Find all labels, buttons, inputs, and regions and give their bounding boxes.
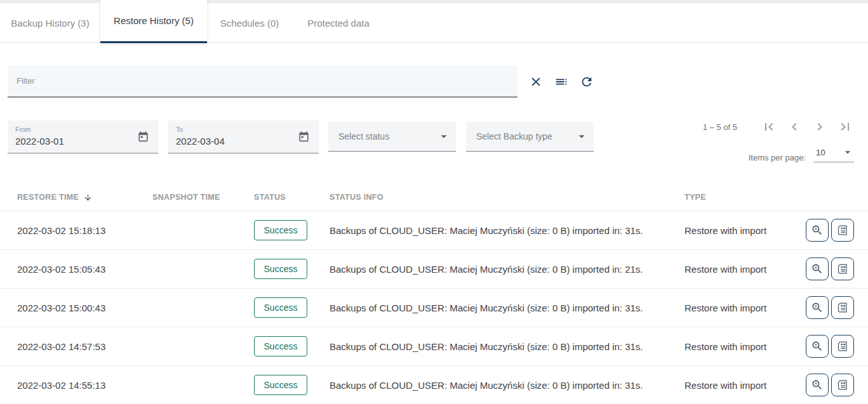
cell-status-info: Backups of CLOUD_USER: Maciej Muczyński … — [330, 225, 684, 236]
view-details-button[interactable] — [806, 374, 829, 396]
cell-status-info: Backups of CLOUD_USER: Maciej Muczyński … — [330, 264, 684, 275]
cell-status-info: Backups of CLOUD_USER: Maciej Muczyński … — [330, 380, 684, 391]
date-from-value: 2022-03-01 — [15, 136, 150, 147]
cell-status: Success — [254, 375, 330, 395]
restore-history-table: RESTORE TIME SNAPSHOT TIME STATUS STATUS… — [0, 184, 868, 404]
cell-restore-time: 2022-03-02 14:55:13 — [0, 380, 152, 391]
date-to-label: To — [176, 126, 311, 133]
paginator: 1 – 5 of 5 — [703, 119, 853, 134]
header-restore-time[interactable]: RESTORE TIME — [0, 193, 152, 202]
report-icon — [836, 379, 849, 391]
filter-input[interactable] — [8, 65, 517, 98]
filter-toolbar — [8, 65, 594, 98]
view-details-button[interactable] — [806, 257, 829, 280]
cell-type: Restore with import — [684, 303, 806, 313]
cell-status-info: Backups of CLOUD_USER: Maciej Muczyński … — [330, 341, 684, 352]
report-button[interactable] — [831, 219, 854, 242]
status-badge: Success — [254, 336, 307, 356]
report-button[interactable] — [831, 374, 854, 396]
table-row: 2022-03-02 14:55:13 Success Backups of C… — [0, 366, 868, 404]
date-to-value: 2022-03-04 — [176, 136, 311, 147]
cell-status-info: Backups of CLOUD_USER: Maciej Muczyński … — [330, 303, 684, 313]
chevron-down-icon — [841, 146, 854, 159]
filter-options-button[interactable] — [554, 75, 568, 89]
cell-actions — [806, 257, 868, 280]
refresh-button[interactable] — [580, 75, 594, 89]
refresh-icon — [580, 75, 594, 89]
cell-actions — [806, 335, 868, 358]
header-status: STATUS — [254, 193, 330, 202]
clear-icon — [529, 75, 543, 89]
items-per-page-select[interactable]: 10 — [813, 146, 854, 162]
zoom-in-icon — [811, 224, 824, 237]
date-from-label: From — [15, 126, 150, 133]
header-type: TYPE — [684, 193, 806, 202]
table-row: 2022-03-02 15:05:43 Success Backups of C… — [0, 250, 868, 289]
view-details-button[interactable] — [806, 219, 829, 242]
backup-type-select-placeholder: Select Backup type — [476, 131, 552, 141]
cell-restore-time: 2022-03-02 14:57:53 — [0, 341, 152, 352]
table-row: 2022-03-02 14:57:53 Success Backups of C… — [0, 327, 868, 366]
first-page-button[interactable] — [761, 119, 777, 134]
tab-restore-history[interactable]: Restore History (5) — [100, 0, 207, 43]
calendar-icon[interactable] — [137, 131, 149, 143]
table-row: 2022-03-02 15:18:13 Success Backups of C… — [0, 211, 868, 250]
last-page-button[interactable] — [838, 119, 853, 134]
chevron-down-icon — [437, 129, 451, 143]
tab-protected-data[interactable]: Protected data — [292, 3, 385, 42]
backup-type-select[interactable]: Select Backup type — [466, 122, 594, 152]
clear-filter-button[interactable] — [529, 75, 543, 89]
restore-history-page: Backup History (3) Restore History (5) S… — [0, 0, 868, 404]
view-details-button[interactable] — [806, 335, 829, 358]
cell-actions — [806, 296, 868, 319]
cell-restore-time: 2022-03-02 15:18:13 — [0, 225, 152, 236]
cell-type: Restore with import — [684, 341, 806, 352]
chevron-right-icon — [812, 119, 827, 134]
sort-desc-icon — [83, 193, 93, 202]
report-icon — [836, 263, 849, 275]
date-to-field[interactable]: To 2022-03-04 — [168, 121, 319, 153]
next-page-button[interactable] — [812, 119, 827, 134]
last-page-icon — [838, 119, 853, 134]
status-badge: Success — [254, 297, 307, 318]
items-per-page: Items per page: 10 — [749, 146, 854, 162]
cell-status: Success — [254, 259, 330, 279]
table-header: RESTORE TIME SNAPSHOT TIME STATUS STATUS… — [0, 184, 868, 211]
calendar-icon[interactable] — [298, 131, 310, 143]
header-snapshot-time: SNAPSHOT TIME — [152, 193, 254, 202]
filters-row: From 2022-03-01 To 2022-03-04 Select sta… — [8, 121, 594, 153]
tab-schedules[interactable]: Schedules (0) — [207, 3, 292, 42]
report-icon — [836, 224, 849, 237]
report-button[interactable] — [831, 296, 854, 319]
chevron-down-icon — [575, 129, 589, 143]
cell-restore-time: 2022-03-02 15:05:43 — [0, 264, 152, 275]
page-range-label: 1 – 5 of 5 — [703, 122, 737, 132]
date-from-field[interactable]: From 2022-03-01 — [8, 121, 158, 153]
items-per-page-label: Items per page: — [749, 153, 806, 162]
cell-type: Restore with import — [684, 264, 806, 275]
status-badge: Success — [254, 375, 307, 395]
previous-page-button[interactable] — [787, 119, 802, 134]
cell-status: Success — [254, 297, 330, 318]
report-icon — [836, 301, 849, 314]
cell-type: Restore with import — [684, 380, 806, 391]
zoom-in-icon — [811, 379, 824, 391]
status-select[interactable]: Select status — [328, 122, 456, 152]
zoom-in-icon — [811, 340, 824, 353]
report-button[interactable] — [831, 257, 854, 280]
cell-restore-time: 2022-03-02 15:00:43 — [0, 303, 152, 313]
status-badge: Success — [254, 259, 307, 279]
view-details-button[interactable] — [806, 296, 829, 319]
header-status-info: STATUS INFO — [330, 193, 684, 202]
toc-icon — [554, 75, 568, 89]
tab-bar: Backup History (3) Restore History (5) S… — [0, 3, 868, 43]
report-button[interactable] — [831, 335, 854, 358]
status-select-placeholder: Select status — [338, 131, 389, 141]
cell-actions — [806, 374, 868, 396]
report-icon — [836, 340, 849, 353]
cell-type: Restore with import — [684, 225, 806, 236]
items-per-page-value: 10 — [816, 148, 825, 157]
tab-backup-history[interactable]: Backup History (3) — [0, 3, 100, 42]
first-page-icon — [761, 119, 777, 134]
cell-status: Success — [254, 336, 330, 356]
